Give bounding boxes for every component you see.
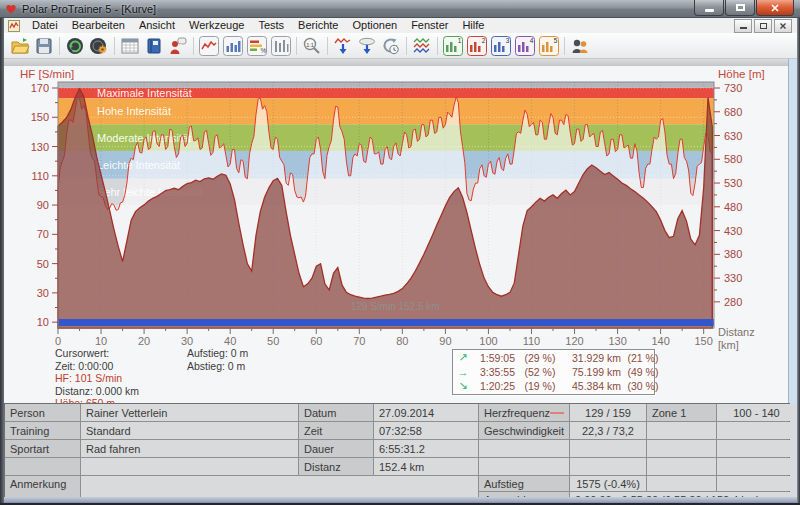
geschwindigkeit-label: Geschwindigkeit <box>479 422 569 439</box>
aufstieg-text: Aufstieg: 0 m <box>187 347 248 360</box>
chart-3-icon: 3 <box>491 36 511 56</box>
device-settings-button[interactable] <box>87 34 111 57</box>
uphill-time-pct: (29 %) <box>519 352 561 364</box>
window-title: Polar ProTrainer 5 - [Kurve] <box>22 3 156 15</box>
transfer-watch-icon <box>65 36 85 56</box>
herzfrequenz-value: 129 / 159 <box>570 404 646 421</box>
diary-button[interactable] <box>142 34 166 57</box>
title-bar[interactable]: Polar ProTrainer 5 - [Kurve] <box>0 0 800 18</box>
menu-hilfe[interactable]: Hilfe <box>455 18 491 33</box>
laps-view-button[interactable] <box>269 34 293 57</box>
svg-text:130: 130 <box>608 335 626 347</box>
maximize-button[interactable] <box>725 0 755 16</box>
menu-ansicht[interactable]: Ansicht <box>132 18 182 33</box>
empty-cell <box>647 476 716 491</box>
zeit-label: Zeit <box>299 422 373 439</box>
curve-chart[interactable]: Maximale IntensitätHohe IntensitätModera… <box>0 66 800 351</box>
device-settings-icon <box>89 36 109 56</box>
empty-cell <box>570 458 646 475</box>
uphill-dist-pct: (21 %) <box>623 352 663 364</box>
curve-export-button[interactable] <box>331 34 355 57</box>
multi-curves-icon <box>412 36 432 56</box>
open-folder-icon <box>10 36 30 56</box>
menu-bar: Datei Bearbeiten Ansicht Werkzeuge Tests… <box>4 18 797 34</box>
svg-text:580: 580 <box>724 153 742 165</box>
chart-1-button[interactable]: 1 <box>441 34 465 57</box>
multi-curves-button[interactable] <box>410 34 434 57</box>
zoom-1-1-button[interactable]: 1:1 <box>300 34 324 57</box>
flat-dist-pct: (49 %) <box>623 366 663 378</box>
svg-text:70: 70 <box>353 335 365 347</box>
hf-axis-title: HF [S/min] <box>20 68 74 80</box>
mdi-child-icon <box>8 20 20 32</box>
minimize-button[interactable] <box>694 0 724 16</box>
empty-cell <box>81 458 298 475</box>
distanz-label: Distanz <box>299 458 373 475</box>
svg-text:730: 730 <box>724 82 742 94</box>
training-label: Training <box>5 422 80 439</box>
chart-2-button[interactable]: 2 <box>465 34 489 57</box>
gradient-legend: ↗ 1:59:05 (29 %) 31.929 km (21 %) → 3:35… <box>452 349 655 395</box>
menu-fenster[interactable]: Fenster <box>404 18 455 33</box>
chart-2-icon: 2 <box>467 36 487 56</box>
svg-text:50: 50 <box>267 335 279 347</box>
zones-view-button[interactable]: % <box>245 34 269 57</box>
svg-text:4: 4 <box>530 37 534 44</box>
menu-datei[interactable]: Datei <box>25 18 65 33</box>
dauer-label: Dauer <box>299 440 373 457</box>
chart-4-button[interactable]: 4 <box>513 34 537 57</box>
mdi-restore-button[interactable] <box>754 19 772 33</box>
empty-cell <box>717 440 796 457</box>
histogram-view-button[interactable] <box>221 34 245 57</box>
menu-bearbeiten[interactable]: Bearbeiten <box>65 18 132 33</box>
mdi-close-button[interactable] <box>774 19 792 33</box>
person-note-button[interactable] <box>166 34 190 57</box>
empty-cell <box>479 440 569 457</box>
mdi-minimize-button[interactable] <box>734 19 752 33</box>
person-note-icon <box>168 36 188 56</box>
svg-text:70: 70 <box>37 228 49 240</box>
save-button[interactable] <box>32 34 56 57</box>
people-button[interactable] <box>568 34 592 57</box>
uphill-arrow-icon: ↗ <box>453 351 473 364</box>
mdi-restore-icon <box>760 23 767 29</box>
empty-cell <box>479 458 569 475</box>
svg-text:[km]: [km] <box>718 339 739 351</box>
hf-line-sample <box>550 412 564 414</box>
svg-text:280: 280 <box>724 296 742 308</box>
chart-4-icon: 4 <box>515 36 535 56</box>
svg-text:0: 0 <box>55 335 61 347</box>
app-window: Polar ProTrainer 5 - [Kurve] Datei Bearb… <box>0 0 800 505</box>
calendar-button[interactable] <box>118 34 142 57</box>
selection-export-button[interactable] <box>355 34 379 57</box>
svg-text:80: 80 <box>396 335 408 347</box>
geschwindigkeit-value: 22,3 / 73,2 <box>570 422 646 439</box>
selection-export-icon <box>357 36 377 56</box>
aufstieg-label: Aufstieg <box>479 476 569 491</box>
transfer-watch-button[interactable] <box>63 34 87 57</box>
svg-text:120: 120 <box>565 335 583 347</box>
chart-5-button[interactable]: 5 <box>537 34 561 57</box>
uphill-dist: 31.929 km <box>561 352 623 364</box>
menu-berichte[interactable]: Berichte <box>291 18 345 33</box>
menu-tests[interactable]: Tests <box>251 18 291 33</box>
empty-cell <box>717 422 796 439</box>
close-button[interactable] <box>756 0 794 16</box>
abstieg-text: Abstieg: 0 m <box>187 360 248 373</box>
svg-text:110: 110 <box>31 170 49 182</box>
svg-text:5: 5 <box>554 37 558 44</box>
menu-werkzeuge[interactable]: Werkzeuge <box>182 18 251 33</box>
mdi-minimize-icon <box>740 27 747 29</box>
toolbar-separator <box>114 37 115 55</box>
open-button[interactable] <box>8 34 32 57</box>
menu-optionen[interactable]: Optionen <box>345 18 404 33</box>
person-label: Person <box>5 404 80 421</box>
undo-time-button[interactable] <box>379 34 403 57</box>
chart-3-button[interactable]: 3 <box>489 34 513 57</box>
svg-text:30: 30 <box>37 287 49 299</box>
svg-text:140: 140 <box>651 335 669 347</box>
svg-text:150: 150 <box>694 335 712 347</box>
curve-view-button[interactable] <box>197 34 221 57</box>
distance-axis: 0102030405060708090100110120130140150Dis… <box>55 326 755 351</box>
diary-icon <box>144 36 164 56</box>
